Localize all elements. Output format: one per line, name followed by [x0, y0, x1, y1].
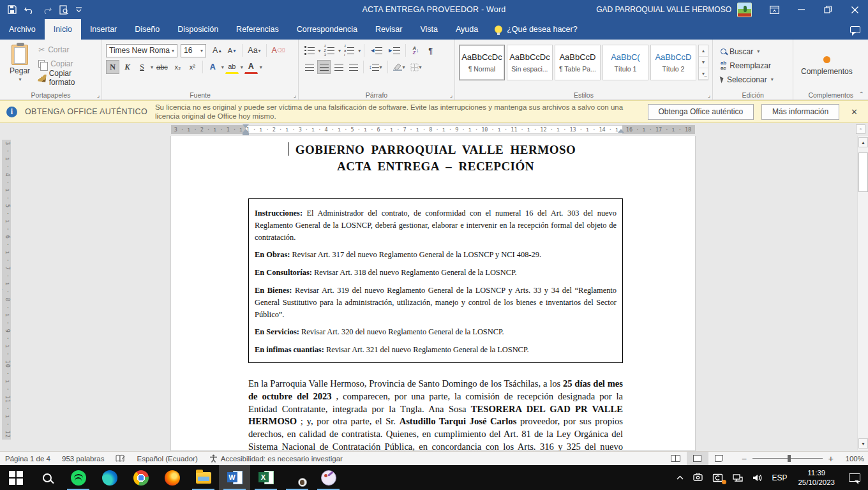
line-spacing-button[interactable]: ↕▾ [367, 60, 384, 74]
clipboard-dialog-launcher[interactable]: ⌟ [97, 92, 100, 98]
style-card[interactable]: AaBbCcD Título 2 [650, 45, 696, 80]
word-count[interactable]: 953 palabras [62, 455, 105, 463]
ribbon-display-options-icon[interactable] [761, 0, 788, 19]
font-name-select[interactable]: Times New Roma▾ [106, 44, 177, 57]
font-dialog-launcher[interactable]: ⌟ [294, 92, 296, 98]
volume-icon[interactable] [747, 465, 767, 490]
word-icon[interactable]: W [219, 465, 250, 490]
ribbon-tab[interactable]: Vista [411, 19, 447, 40]
italic-button[interactable]: K [121, 60, 134, 74]
align-center-button[interactable] [317, 60, 331, 74]
bullets-button[interactable] [303, 43, 317, 57]
shrink-font-button[interactable]: A▼ [225, 43, 239, 57]
font-size-select[interactable]: 16▾ [181, 44, 206, 57]
styles-dialog-launcher[interactable]: ⌟ [708, 92, 710, 98]
select-button[interactable]: Seleccionar▾ [721, 73, 789, 85]
restore-button[interactable] [814, 0, 841, 19]
copy-button[interactable]: Copiar [38, 57, 98, 70]
redo-icon[interactable] [42, 6, 52, 14]
qat-customize-icon[interactable] [76, 7, 82, 13]
font-color-dropdown-icon[interactable]: ▾ [260, 64, 262, 70]
left-indent-marker[interactable] [243, 133, 249, 135]
bold-button[interactable]: N [106, 60, 119, 74]
find-button[interactable]: Buscar▾ [721, 45, 789, 57]
change-case-button[interactable]: Aa▾ [246, 43, 262, 57]
grow-font-button[interactable]: A▲ [211, 43, 224, 57]
addins-button[interactable]: Complementos [797, 42, 856, 89]
spotify-icon[interactable] [63, 465, 94, 490]
page-indicator[interactable]: Página 1 de 4 [5, 455, 50, 463]
save-icon[interactable] [8, 5, 17, 14]
feedback-icon[interactable] [842, 19, 868, 40]
strikethrough-button[interactable]: abc [154, 60, 170, 74]
vertical-scrollbar[interactable]: ▲ ▼ [857, 136, 868, 450]
underline-button[interactable]: S [135, 60, 149, 74]
account-avatar[interactable] [737, 3, 752, 17]
highlight-button[interactable]: ab [225, 60, 239, 74]
highlight-dropdown-icon[interactable]: ▾ [241, 64, 243, 70]
banner-close-icon[interactable]: ✕ [847, 107, 862, 117]
scroll-down-icon[interactable]: ▼ [858, 438, 868, 449]
justify-button[interactable] [347, 60, 360, 74]
firefox-icon[interactable] [156, 465, 188, 490]
language-indicator[interactable]: ESP [767, 465, 791, 490]
start-button[interactable] [0, 465, 31, 490]
ruler-toggle-button[interactable]: ▫ [856, 124, 865, 134]
search-button[interactable] [31, 465, 63, 490]
paragraph-dialog-launcher[interactable]: ⌟ [450, 92, 453, 98]
ribbon-tab[interactable]: Disposición [168, 19, 227, 40]
minimize-button[interactable] [788, 0, 814, 19]
ribbon-tab[interactable]: Inicio [45, 19, 81, 40]
format-painter-button[interactable]: Copiar formato [38, 71, 98, 84]
text-effects-button[interactable]: A [206, 60, 220, 74]
superscript-button[interactable]: x² [186, 60, 199, 74]
web-layout-button[interactable] [708, 452, 730, 466]
show-marks-button[interactable]: ¶ [424, 43, 437, 57]
ribbon-tab[interactable]: Diseño [126, 19, 168, 40]
zoom-slider[interactable] [752, 458, 823, 459]
accessibility-item[interactable]: Accesibilidad: es necesario investigar [209, 454, 343, 463]
style-card[interactable]: AaBbC( Título 1 [602, 45, 648, 80]
right-indent-marker[interactable] [618, 129, 624, 133]
scroll-up-icon[interactable]: ▲ [858, 137, 868, 147]
read-mode-button[interactable] [665, 452, 687, 466]
styles-scroll-down-icon[interactable]: ▼ [699, 57, 708, 68]
print-preview-icon[interactable] [59, 5, 68, 15]
excel-icon[interactable]: X [250, 465, 281, 490]
subscript-button[interactable]: x₂ [171, 60, 184, 74]
chrome-icon[interactable] [125, 465, 156, 490]
language-indicator[interactable]: Español (Ecuador) [137, 455, 197, 463]
ribbon-tab[interactable]: Ayuda [447, 19, 487, 40]
network-icon[interactable] [728, 465, 747, 490]
ribbon-tab[interactable]: Revisar [366, 19, 411, 40]
decrease-indent-button[interactable]: ◄ [368, 43, 384, 57]
learn-more-button[interactable]: Más información [761, 104, 839, 120]
chrome-profile-icon[interactable] [281, 465, 313, 490]
paste-dropdown-icon[interactable]: ▾ [19, 77, 22, 82]
underline-dropdown-icon[interactable]: ▾ [151, 64, 153, 70]
cut-button[interactable]: ✂Cortar [38, 43, 98, 56]
get-genuine-office-button[interactable]: Obtenga Office auténtico [648, 104, 754, 120]
zoom-out-icon[interactable]: − [742, 454, 747, 464]
paint3d-icon[interactable] [313, 465, 344, 490]
font-color-button[interactable]: A [244, 60, 258, 74]
zoom-level[interactable]: 100% [840, 455, 864, 463]
ribbon-tab[interactable]: Referencias [227, 19, 288, 40]
styles-scroll-up-icon[interactable]: ▲ [699, 45, 708, 57]
tray-sync-icon[interactable] [708, 465, 728, 490]
scrollbar-thumb[interactable] [858, 152, 868, 192]
zoom-slider-thumb[interactable] [788, 455, 791, 462]
print-layout-button[interactable] [687, 452, 708, 466]
first-line-indent-marker[interactable] [243, 124, 249, 128]
clear-formatting-button[interactable]: A⌫ [270, 43, 287, 57]
style-card[interactable]: AaBbCcDc Sin espaci... [507, 45, 553, 80]
styles-gallery-more-icon[interactable]: ▼̲ [699, 68, 708, 80]
proofing-icon[interactable] [116, 454, 125, 463]
ribbon-tab[interactable]: Insertar [81, 19, 126, 40]
increase-indent-button[interactable]: ► [385, 43, 402, 57]
ribbon-tab[interactable]: Archivo [0, 19, 45, 40]
close-button[interactable] [841, 0, 868, 19]
shading-button[interactable]: ▾ [391, 60, 407, 74]
align-right-button[interactable] [332, 60, 345, 74]
account-name[interactable]: GAD PARROQUIAL VALLE HERMOSO [596, 5, 731, 14]
